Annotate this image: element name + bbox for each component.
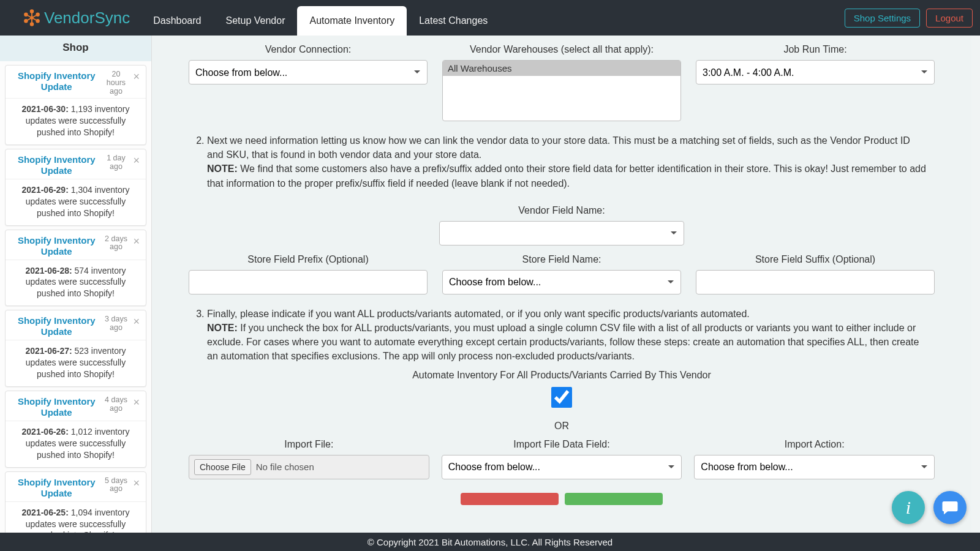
close-icon[interactable]: ×	[130, 396, 142, 409]
tab-dashboard-label: Dashboard	[153, 15, 201, 26]
notification-time: 5 days ago	[101, 477, 130, 494]
tab-setup-vendor[interactable]: Setup Vendor	[214, 6, 298, 36]
notification-card[interactable]: Shopify Inventory Update3 days ago×2021-…	[5, 310, 146, 387]
notification-card[interactable]: Shopify Inventory Update4 days ago×2021-…	[5, 391, 146, 468]
import-data-field-select[interactable]: Choose from below...	[442, 455, 682, 479]
brand: VendorSync	[0, 9, 141, 28]
close-icon[interactable]: ×	[130, 477, 142, 490]
notification-time: 4 days ago	[101, 396, 130, 413]
import-data-field-label: Import File Data Field:	[442, 439, 682, 450]
notification-body: 2021-06-28: 574 inventory updates were s…	[6, 260, 146, 306]
footer: © Copyright 2021 Bit Automations, LLC. A…	[0, 533, 980, 551]
vendor-field-name-label: Vendor Field Name:	[439, 205, 684, 216]
svg-point-12	[24, 13, 28, 16]
step-3: Finally, please indicate if you want ALL…	[207, 307, 929, 364]
notification-title: Shopify Inventory Update	[12, 315, 101, 337]
logout-label: Logout	[935, 13, 963, 23]
svg-point-13	[946, 506, 948, 508]
close-icon[interactable]: ×	[130, 235, 142, 248]
svg-point-10	[24, 20, 28, 23]
vendor-connection-select[interactable]: Choose from below...	[189, 60, 428, 84]
brand-icon	[23, 9, 40, 26]
logout-button[interactable]: Logout	[926, 9, 973, 28]
vendor-connection-label: Vendor Connection:	[189, 44, 428, 55]
close-icon[interactable]: ×	[130, 70, 142, 83]
notification-time: 20 hours ago	[101, 70, 130, 96]
nav-tabs: Dashboard Setup Vendor Automate Inventor…	[141, 0, 500, 36]
info-fab[interactable]: i	[892, 491, 925, 524]
warehouse-option-all[interactable]: All Warehouses	[443, 61, 680, 76]
store-prefix-input[interactable]	[189, 270, 428, 294]
tab-automate-inventory[interactable]: Automate Inventory	[297, 6, 407, 36]
step-3-text-b: If you uncheck the box for ALL products/…	[207, 323, 919, 361]
import-file-input[interactable]: Choose File No file chosen	[189, 455, 429, 479]
notification-body: 2021-06-30: 1,193 inventory updates were…	[6, 98, 146, 144]
sidebar-title: Shop	[0, 36, 151, 61]
topbar: VendorSync Dashboard Setup Vendor Automa…	[0, 0, 980, 36]
vendor-field-name-select[interactable]	[439, 221, 684, 246]
topbar-right: Shop Settings Logout	[845, 9, 973, 28]
notification-card[interactable]: Shopify Inventory Update5 days ago×2021-…	[5, 471, 146, 538]
svg-point-8	[31, 23, 34, 26]
notification-time: 2 days ago	[101, 235, 130, 252]
note-label-2: NOTE:	[207, 323, 238, 333]
store-suffix-input[interactable]	[696, 270, 935, 294]
vendor-warehouses-label: Vendor Warehouses (select all that apply…	[442, 44, 681, 55]
notification-title: Shopify Inventory Update	[12, 396, 101, 418]
automate-all-label: Automate Inventory For All Products/Vari…	[152, 370, 971, 381]
vendor-warehouses-listbox[interactable]: All Warehouses	[442, 60, 681, 121]
save-button[interactable]	[565, 493, 663, 505]
tab-latest-changes[interactable]: Latest Changes	[407, 6, 500, 36]
sidebar[interactable]: Shop Shopify Inventory Update20 hours ag…	[0, 36, 152, 538]
close-icon[interactable]: ×	[130, 315, 142, 328]
import-action-label: Import Action:	[694, 439, 935, 450]
cancel-button[interactable]	[461, 493, 559, 505]
notification-body: 2021-06-29: 1,304 inventory updates were…	[6, 179, 146, 225]
store-field-name-select[interactable]: Choose from below...	[442, 270, 681, 294]
notification-card[interactable]: Shopify Inventory Update2 days ago×2021-…	[5, 230, 146, 307]
chat-icon	[941, 498, 959, 517]
job-run-time-label: Job Run Time:	[696, 44, 935, 55]
tab-dashboard[interactable]: Dashboard	[141, 6, 213, 36]
note-label: NOTE:	[207, 163, 238, 174]
tab-latest-changes-label: Latest Changes	[419, 15, 488, 26]
no-file-text: No file chosen	[256, 462, 314, 472]
or-divider: OR	[152, 421, 971, 432]
svg-point-6	[36, 20, 39, 23]
store-suffix-label: Store Field Suffix (Optional)	[696, 254, 935, 265]
svg-point-4	[36, 13, 39, 16]
shop-settings-button[interactable]: Shop Settings	[845, 9, 920, 28]
notification-title: Shopify Inventory Update	[12, 70, 101, 92]
svg-point-14	[949, 506, 951, 508]
step-2: Next we need information letting us know…	[207, 133, 929, 190]
import-file-label: Import File:	[189, 439, 429, 450]
notification-time: 3 days ago	[101, 315, 130, 332]
main-content[interactable]: Vendor Connection: Choose from below... …	[152, 36, 971, 538]
import-action-select[interactable]: Choose from below...	[694, 455, 935, 479]
step-2-text-a: Next we need information letting us know…	[207, 135, 910, 160]
notification-body: 2021-06-26: 1,012 inventory updates were…	[6, 421, 146, 467]
notification-title: Shopify Inventory Update	[12, 235, 101, 257]
notification-title: Shopify Inventory Update	[12, 477, 101, 499]
step-3-text-a: Finally, please indicate if you want ALL…	[207, 309, 750, 319]
job-run-time-select[interactable]: 3:00 A.M. - 4:00 A.M.	[696, 60, 935, 84]
store-field-name-label: Store Field Name:	[442, 254, 681, 265]
notification-body: 2021-06-27: 523 inventory updates were s…	[6, 340, 146, 386]
automate-all-checkbox[interactable]	[551, 387, 572, 408]
brand-text: VendorSync	[44, 9, 130, 28]
shop-settings-label: Shop Settings	[854, 13, 911, 23]
tab-setup-vendor-label: Setup Vendor	[226, 15, 285, 26]
step-2-text-b: We find that some customers also have a …	[207, 163, 926, 188]
svg-point-15	[952, 506, 954, 508]
notification-card[interactable]: Shopify Inventory Update1 day ago×2021-0…	[5, 149, 146, 226]
notification-card[interactable]: Shopify Inventory Update20 hours ago×202…	[5, 65, 146, 145]
notification-time: 1 day ago	[101, 154, 130, 171]
choose-file-button[interactable]: Choose File	[194, 459, 251, 475]
notification-title: Shopify Inventory Update	[12, 154, 101, 176]
chat-fab[interactable]	[933, 491, 967, 524]
svg-point-2	[31, 10, 34, 13]
store-prefix-label: Store Field Prefix (Optional)	[189, 254, 428, 265]
tab-automate-inventory-label: Automate Inventory	[309, 15, 394, 26]
close-icon[interactable]: ×	[130, 154, 142, 167]
footer-text: © Copyright 2021 Bit Automations, LLC. A…	[368, 537, 612, 547]
